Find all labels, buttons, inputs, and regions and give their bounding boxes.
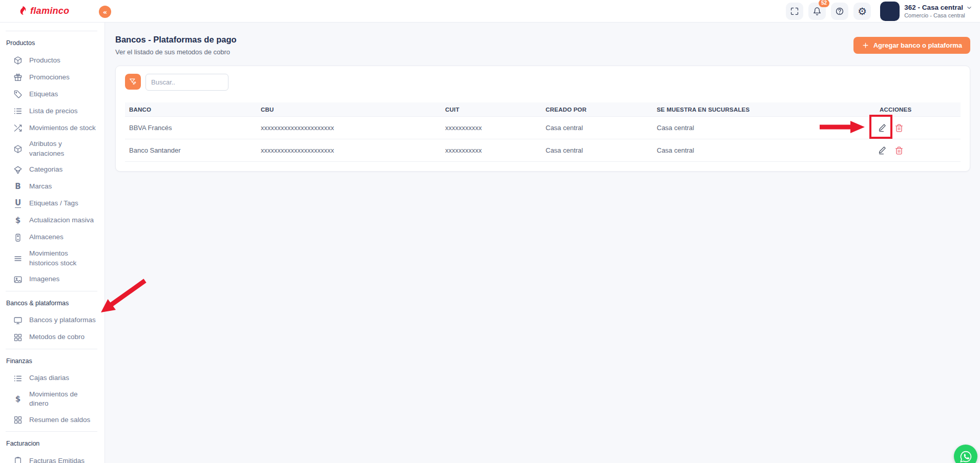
sidebar-item-actualizacion-masiva[interactable]: $ Actualizacion masiva — [0, 215, 105, 226]
fullscreen-icon — [790, 7, 799, 16]
list-icon — [13, 374, 23, 383]
delete-button[interactable] — [894, 146, 904, 155]
sidebar-collapse-button[interactable]: « — [99, 6, 111, 18]
account-subtitle: Comercio - Casa central — [904, 12, 973, 18]
edit-button[interactable] — [878, 145, 887, 155]
account-menu[interactable]: 362 - Casa central Comercio - Casa centr… — [880, 2, 973, 21]
notification-badge: 52 — [819, 0, 829, 7]
sidebar-section-facturacion: Facturacion — [0, 440, 105, 447]
cell-cbu: xxxxxxxxxxxxxxxxxxxxxx — [257, 124, 441, 132]
package-icon — [13, 144, 23, 154]
divider — [6, 349, 97, 349]
trash-icon — [894, 146, 904, 155]
sidebar-item-cajas-diarias[interactable]: Cajas diarias — [0, 373, 105, 384]
sidebar-item-bancos-y-plataformas[interactable]: Bancos y plataformas — [0, 315, 105, 326]
sidebar-section-productos: Productos — [0, 39, 105, 47]
table-header-row: BANCO CBU CUIT CREADO POR SE MUESTRA EN … — [125, 102, 961, 117]
shuffle-icon — [13, 123, 23, 133]
sidebar-item-categorias[interactable]: Categorias — [0, 164, 105, 176]
topbar-actions: 52 ⚙ 362 - Casa central Comercio - Casa … — [786, 2, 973, 21]
sidebar-item-etiquetas-tags[interactable]: U Etiquetas / Tags — [0, 198, 105, 209]
package-icon — [13, 56, 23, 65]
cell-cbu: xxxxxxxxxxxxxxxxxxxxxx — [257, 146, 441, 154]
grid-icon — [13, 333, 23, 342]
categories-icon — [13, 165, 23, 175]
monitor-icon — [13, 316, 23, 325]
divider — [6, 431, 97, 432]
add-bank-button-label: Agregar banco o plataforma — [873, 41, 962, 49]
bell-icon — [812, 7, 822, 16]
letter-b-icon: B — [13, 182, 23, 192]
cell-creado-por: Casa central — [541, 124, 653, 132]
sidebar-item-label: Productos — [29, 56, 60, 66]
add-bank-button[interactable]: Agregar banco o plataforma — [853, 37, 970, 54]
app-root: flaminco 52 ⚙ 362 - Casa central — [0, 0, 980, 463]
help-icon — [835, 7, 844, 16]
sidebar-item-resumen-de-saldos[interactable]: Resumen de saldos — [0, 414, 105, 426]
cell-cuit: xxxxxxxxxxx — [441, 124, 541, 132]
column-header-sucursales: SE MUESTRA EN SUCURSALES — [653, 107, 875, 113]
topbar: flaminco 52 ⚙ 362 - Casa central — [0, 0, 980, 23]
sidebar-item-metodos-de-cobro[interactable]: Metodos de cobro — [0, 332, 105, 343]
sidebar-item-label: Facturas Emitidas — [29, 456, 85, 463]
sidebar-item-facturas-emitidas[interactable]: Facturas Emitidas — [0, 455, 105, 463]
image-icon — [13, 275, 23, 284]
edit-button[interactable] — [878, 123, 887, 133]
chevron-down-icon — [966, 4, 973, 11]
column-header-acciones: ACCIONES — [875, 107, 961, 113]
sidebar-item-etiquetas[interactable]: Etiquetas — [0, 89, 105, 100]
sidebar-item-label: Resumen de saldos — [29, 415, 90, 425]
column-header-banco: BANCO — [125, 107, 257, 113]
sidebar-item-label: Almacenes — [29, 233, 64, 242]
sidebar-item-label: Movimientos de dinero — [29, 390, 98, 409]
sidebar-item-promociones[interactable]: Promociones — [0, 72, 105, 83]
main-content: Bancos - Plataformas de pago Ver el list… — [105, 23, 980, 463]
column-header-creado-por: CREADO POR — [541, 107, 653, 113]
sidebar-item-label: Categorias — [29, 165, 62, 175]
sidebar-item-marcas[interactable]: B Marcas — [0, 181, 105, 193]
page-title: Bancos - Plataformas de pago — [115, 35, 237, 45]
sidebar-item-productos[interactable]: Productos — [0, 55, 105, 66]
flame-icon — [17, 6, 28, 16]
search-input[interactable] — [145, 74, 228, 91]
account-info: 362 - Casa central Comercio - Casa centr… — [904, 4, 973, 18]
filter-button[interactable] — [125, 74, 141, 90]
cell-banco: Banco Santander — [125, 146, 257, 154]
account-name: 362 - Casa central — [904, 4, 963, 11]
cell-sucursales: Casa central — [653, 124, 875, 132]
sidebar-item-movimientos-historicos-stock[interactable]: Movimientos historicos stock — [0, 249, 105, 268]
sidebar-item-movimientos-de-stock[interactable]: Movimientos de stock — [0, 122, 105, 134]
underline-u-icon: U — [13, 199, 23, 208]
trash-icon — [894, 123, 904, 133]
filter-row — [125, 74, 961, 91]
fullscreen-button[interactable] — [786, 3, 803, 20]
cell-sucursales: Casa central — [653, 146, 875, 154]
sidebar-item-label: Bancos y plataformas — [29, 315, 96, 325]
cell-banco: BBVA Francés — [125, 124, 257, 132]
row-actions — [875, 123, 961, 133]
table-row: BBVA Francés xxxxxxxxxxxxxxxxxxxxxx xxxx… — [125, 117, 961, 139]
sidebar-item-label: Atributos y variaciones — [29, 139, 98, 159]
grid-icon — [13, 415, 23, 425]
list-icon — [13, 107, 23, 116]
tag-icon — [13, 90, 23, 99]
settings-button[interactable]: ⚙ — [853, 3, 871, 20]
brand-name: flaminco — [30, 6, 69, 16]
clipboard-icon — [13, 456, 23, 463]
notifications-button[interactable]: 52 — [808, 3, 826, 20]
edit-icon — [878, 123, 887, 133]
help-button[interactable] — [831, 3, 848, 20]
sidebar-item-lista-de-precios[interactable]: Lista de precios — [0, 106, 105, 117]
dollar-icon: $ — [13, 216, 23, 225]
sidebar-item-movimientos-de-dinero[interactable]: $ Movimientos de dinero — [0, 390, 105, 409]
sidebar-item-label: Actualizacion masiva — [29, 216, 94, 225]
sidebar-item-almacenes[interactable]: Almacenes — [0, 232, 105, 243]
sidebar-item-atributos-y-variaciones[interactable]: Atributos y variaciones — [0, 139, 105, 159]
sidebar-item-imagenes[interactable]: Imagenes — [0, 274, 105, 285]
sidebar-item-label: Etiquetas — [29, 90, 58, 99]
delete-button[interactable] — [894, 123, 904, 133]
page-header: Bancos - Plataformas de pago Ver el list… — [115, 35, 970, 56]
sidebar-item-label: Imagenes — [29, 275, 59, 284]
sidebar-section-bancos-plataformas: Bancos & plataformas — [0, 300, 105, 307]
sidebar-item-label: Lista de precios — [29, 107, 78, 116]
